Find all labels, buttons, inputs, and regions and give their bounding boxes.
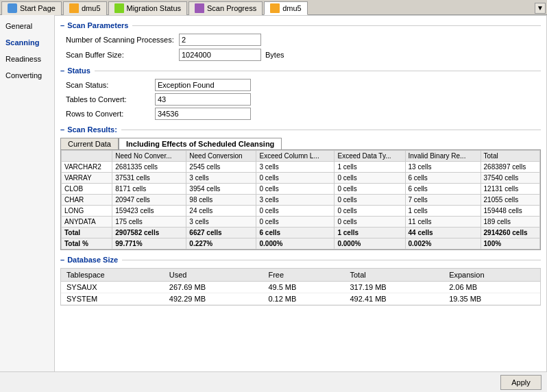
table-row: LONG159423 cells24 cells0 cells0 cells1 … [62, 206, 540, 217]
apply-button[interactable]: Apply [500, 375, 542, 390]
table-cell: 6 cells [256, 228, 335, 238]
buffer-size-label: Scan Buffer Size: [66, 51, 179, 59]
scan-results-table-container: Need No Conver... Need Conversion Exceed… [60, 149, 541, 250]
db-table-cell: 267.69 MB [164, 282, 263, 293]
table-header-row: Need No Conver... Need Conversion Exceed… [62, 151, 540, 162]
status-icon [114, 3, 124, 13]
table-cell: 0 cells [335, 173, 405, 184]
table-cell: VARCHAR2 [62, 162, 112, 173]
rows-label: Rows to Convert: [66, 110, 155, 118]
col-need-conv: Need Conversion [186, 151, 256, 162]
table-cell: 7 cells [405, 195, 481, 206]
sidebar-item-readiness[interactable]: Readiness [0, 51, 54, 67]
tab-start-page[interactable]: Start Page [1, 1, 62, 15]
table-cell: 2907582 cells [112, 228, 186, 238]
tab-dmu5-1[interactable]: dmu5 [63, 1, 107, 15]
table-cell: 159423 cells [112, 206, 186, 217]
db-table-cell: 492.41 MB [344, 293, 443, 305]
table-cell: 8171 cells [112, 184, 186, 195]
table-cell: 0 cells [335, 184, 405, 195]
db-icon-2 [270, 3, 280, 13]
table-cell: CHAR [62, 195, 112, 206]
num-processes-input[interactable] [179, 34, 261, 46]
col-invalid-bin: Invalid Binary Re... [405, 151, 481, 162]
db-icon-1 [69, 3, 79, 13]
restore-button[interactable]: ▼ [535, 3, 546, 14]
scan-status-row: Scan Status: Exception Found [66, 79, 541, 91]
table-cell: 0 cells [335, 217, 405, 228]
table-cell: 159448 cells [481, 206, 539, 217]
table-cell: 21055 cells [481, 195, 539, 206]
table-cell: 0 cells [335, 195, 405, 206]
db-size-table-container: Tablespace Used Free Total Expansion SYS… [60, 268, 541, 306]
table-cell: CLOB [62, 184, 112, 195]
table-cell: 37531 cells [112, 173, 186, 184]
buffer-size-row: Scan Buffer Size: Bytes [66, 49, 541, 61]
db-col-expansion: Expansion [443, 269, 540, 282]
table-cell: 2681335 cells [112, 162, 186, 173]
rows-row: Rows to Convert: 34536 [66, 108, 541, 120]
table-cell: Total % [62, 238, 112, 249]
table-row: VARRAY37531 cells3 cells0 cells0 cells6 … [62, 173, 540, 184]
table-cell: 37540 cells [481, 173, 539, 184]
table-cell: 1 cells [405, 206, 481, 217]
table-row: VARCHAR22681335 cells2545 cells3 cells1 … [62, 162, 540, 173]
db-table-cell: 0.12 MB [263, 293, 344, 305]
table-cell: 6 cells [405, 184, 481, 195]
table-cell: 6 cells [405, 173, 481, 184]
table-cell: VARRAY [62, 173, 112, 184]
table-cell: 2545 cells [186, 162, 256, 173]
buffer-size-unit: Bytes [265, 51, 284, 59]
db-table-row: SYSAUX267.69 MB49.5 MB317.19 MB2.06 MB [61, 282, 540, 293]
table-row: ANYDATA175 cells3 cells0 cells0 cells11 … [62, 217, 540, 228]
table-cell: 99.771% [112, 238, 186, 249]
table-cell: 1 cells [335, 162, 405, 173]
table-cell: 0.000% [256, 238, 335, 249]
db-table-cell: 49.5 MB [263, 282, 344, 293]
sidebar-item-scanning[interactable]: Scanning [0, 34, 54, 51]
tables-row: Tables to Convert: 43 [66, 93, 541, 106]
main-container: General Scanning Readiness Converting Sc… [0, 15, 547, 391]
tab-bar: Start Page dmu5 Migration Status Scan Pr… [0, 0, 547, 15]
table-cell: 3 cells [186, 173, 256, 184]
db-col-total: Total [344, 269, 443, 282]
sidebar: General Scanning Readiness Converting [0, 15, 55, 391]
table-cell: 2914260 cells [481, 228, 539, 238]
buffer-size-input[interactable] [179, 49, 261, 61]
table-cell: 0 cells [256, 206, 335, 217]
table-cell: 3 cells [256, 195, 335, 206]
table-cell: 0.000% [335, 238, 405, 249]
start-icon [8, 3, 17, 13]
tab-scan-progress[interactable]: Scan Progress [189, 1, 263, 15]
col-exceed-data: Exceed Data Ty... [335, 151, 405, 162]
rows-value: 34536 [155, 108, 251, 120]
num-processes-label: Number of Scanning Processes: [66, 36, 179, 44]
table-cell: 0 cells [256, 184, 335, 195]
table-cell: 3954 cells [186, 184, 256, 195]
table-cell: 12131 cells [481, 184, 539, 195]
table-cell: 6627 cells [186, 228, 256, 238]
db-table-cell: 2.06 MB [443, 282, 540, 293]
table-cell: 1 cells [335, 228, 405, 238]
tab-dmu5-2[interactable]: dmu5 [264, 1, 308, 15]
content-area: Scan Parameters Number of Scanning Proce… [55, 15, 547, 391]
db-table-cell: 492.29 MB [164, 293, 263, 305]
table-cell: 20947 cells [112, 195, 186, 206]
table-cell: 0.227% [186, 238, 256, 249]
table-cell: 175 cells [112, 217, 186, 228]
table-cell: 11 cells [405, 217, 481, 228]
table-cell: 44 cells [405, 228, 481, 238]
db-table-cell: SYSTEM [61, 293, 164, 305]
table-cell: 0.002% [405, 238, 481, 249]
db-col-free: Free [263, 269, 344, 282]
tab-migration-status[interactable]: Migration Status [108, 1, 187, 15]
tab-current-data[interactable]: Current Data [60, 138, 119, 149]
table-cell: 0 cells [256, 173, 335, 184]
num-processes-row: Number of Scanning Processes: [66, 34, 541, 46]
table-row: Total2907582 cells6627 cells6 cells1 cel… [62, 228, 540, 238]
col-no-conv: Need No Conver... [112, 151, 186, 162]
table-cell: 100% [481, 238, 539, 249]
sidebar-item-general[interactable]: General [0, 18, 54, 34]
sidebar-item-converting[interactable]: Converting [0, 67, 54, 84]
tab-including-effects[interactable]: Including Effects of Scheduled Cleansing [119, 138, 282, 149]
